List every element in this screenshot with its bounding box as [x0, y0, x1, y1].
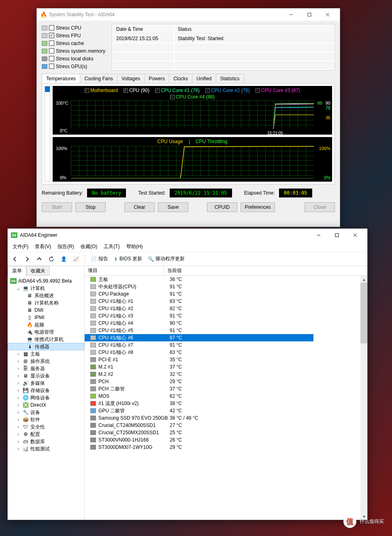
tree-数据库[interactable]: ›🗃数据库: [8, 438, 84, 445]
sensor-row[interactable]: CPU #1/核心 #282 °C: [85, 305, 367, 312]
expander-icon[interactable]: ›: [16, 410, 21, 415]
stress-stress-cache[interactable]: Stress cache: [42, 39, 109, 47]
tree-网络设备[interactable]: ›🌐网络设备: [8, 394, 84, 401]
menu-帮助[interactable]: 帮助(H): [124, 242, 145, 251]
sensor-row[interactable]: 主板36 °C: [85, 276, 367, 283]
col-item[interactable]: 项目: [85, 266, 164, 275]
expander-icon[interactable]: ⌄: [16, 285, 21, 291]
sensor-row[interactable]: Crucial_CT250MX200SSD125 °C: [85, 429, 367, 436]
checkbox[interactable]: [49, 33, 54, 38]
legend-item[interactable]: ✓CPU Core #2 (76): [205, 88, 250, 93]
driver-update-button[interactable]: 🔍驱动程序更新: [146, 255, 186, 262]
sidebar-tab-menu[interactable]: 菜单: [8, 266, 26, 276]
sensor-row[interactable]: 中央处理器(CPU)91 °C: [85, 283, 367, 290]
tree-存储设备[interactable]: ›💾存储设备: [8, 387, 84, 394]
tree-安全性[interactable]: ›🛡安全性: [8, 423, 84, 431]
tree-传感器[interactable]: 🌡传感器: [8, 343, 84, 350]
sensor-row[interactable]: PCH29 °C: [85, 378, 367, 385]
tab-voltages[interactable]: Voltages: [117, 74, 145, 83]
report-button[interactable]: 📄报告: [89, 255, 110, 262]
tree-多媒体[interactable]: ›🔊多媒体: [8, 379, 84, 387]
checkbox[interactable]: [49, 41, 54, 46]
sensor-row[interactable]: ST3000VN000-1HJ16626 °C: [85, 436, 367, 444]
stop-button[interactable]: Stop: [75, 202, 106, 212]
titlebar[interactable]: 🔥 System Stability Test - AIDA64: [37, 9, 340, 21]
expander-icon[interactable]: ›: [16, 388, 21, 393]
expander-icon[interactable]: ›: [16, 402, 21, 408]
clear-button[interactable]: Clear: [124, 202, 155, 212]
checkbox[interactable]: [49, 25, 54, 30]
tree-显示设备[interactable]: ›🖥显示设备: [8, 372, 84, 379]
tab-statistics[interactable]: Statistics: [216, 74, 244, 83]
expander-icon[interactable]: ›: [16, 358, 21, 364]
close-button[interactable]: Close: [305, 202, 335, 212]
tree-DMI[interactable]: 🖥DMI: [8, 307, 84, 314]
expander-icon[interactable]: ›: [16, 417, 21, 422]
menu-文件[interactable]: 文件(F): [10, 242, 31, 251]
tree-IPMI[interactable]: ▯IPMI: [8, 314, 84, 321]
checkbox[interactable]: [49, 64, 54, 69]
scroll-up-icon[interactable]: ▴: [360, 276, 367, 283]
back-button[interactable]: [10, 254, 20, 264]
titlebar[interactable]: 64 AIDA64 Engineer: [8, 229, 367, 242]
tree-便携式计算机[interactable]: 💻便携式计算机: [8, 336, 84, 343]
menu-收藏[interactable]: 收藏(O): [78, 242, 100, 251]
tree-计算机名称[interactable]: 🖥计算机名称: [8, 299, 84, 307]
expander-icon[interactable]: ›: [16, 380, 21, 386]
minimize-button[interactable]: [309, 229, 328, 241]
minimize-button[interactable]: [282, 9, 300, 20]
sensor-row[interactable]: CPU #1/核心 #183 °C: [85, 298, 367, 305]
tree-服务器[interactable]: ›🗄服务器: [8, 365, 84, 372]
maximize-button[interactable]: [300, 9, 318, 20]
menu-报告[interactable]: 报告(R): [55, 242, 77, 251]
sensor-row[interactable]: M.2 #232 °C: [85, 371, 367, 378]
legend-item[interactable]: ✓CPU Core #3 (87): [256, 88, 300, 93]
bios-update-button[interactable]: ⬇BIOS 更新: [112, 255, 144, 262]
tree-DirectX[interactable]: ›❎DirectX: [8, 401, 84, 409]
menu-查看[interactable]: 查看(V): [32, 242, 53, 251]
close-button[interactable]: [318, 9, 337, 20]
tree-配置[interactable]: ›⚙配置: [8, 431, 84, 438]
tree-操作系统[interactable]: ›⊞操作系统: [8, 358, 84, 365]
tree-主板[interactable]: ›▦主板: [8, 350, 84, 358]
menu-工具[interactable]: 工具(T): [101, 242, 122, 251]
col-value[interactable]: 当前值: [164, 266, 185, 275]
expander-icon[interactable]: ›: [16, 395, 21, 401]
expander-icon[interactable]: ›: [16, 373, 21, 379]
tree-性能测试[interactable]: ›📊性能测试: [8, 445, 84, 452]
sensor-row[interactable]: CPU #1/核心 #883 °C: [85, 349, 367, 356]
up-button[interactable]: [34, 254, 44, 264]
vertical-scrollbar[interactable]: ▴ ▾: [360, 276, 367, 520]
sensor-row[interactable]: M.2 #137 °C: [85, 363, 367, 371]
sensor-row[interactable]: CPU #1/核心 #687 °C: [85, 334, 313, 341]
tree-设备[interactable]: ›🔧设备: [8, 409, 84, 416]
tree-超频[interactable]: 🔥超频: [8, 321, 84, 328]
sensor-row[interactable]: PCI-E #135 °C: [85, 356, 367, 363]
stress-stress-cpu[interactable]: Stress CPU: [42, 24, 109, 32]
expander-icon[interactable]: ›: [16, 366, 21, 371]
sensor-row[interactable]: #1 温度 (H100i v2)38 °C: [85, 400, 367, 407]
sensor-row[interactable]: GPU 二极管42 °C: [85, 407, 367, 414]
checkbox[interactable]: [49, 48, 54, 54]
forward-button[interactable]: [22, 254, 32, 264]
expander-icon[interactable]: ›: [16, 351, 21, 357]
maximize-button[interactable]: [328, 229, 346, 241]
sensor-row[interactable]: CPU Package91 °C: [85, 290, 367, 298]
tree-电源管理[interactable]: 🔌电源管理: [8, 328, 84, 336]
sensor-row[interactable]: MOS62 °C: [85, 392, 367, 400]
tab-temperatures[interactable]: Temperatures: [42, 74, 80, 83]
sensor-row[interactable]: Samsung SSD 970 EVO 250GB38 °C / 49 °C: [85, 414, 367, 422]
sidebar-tab-favorites[interactable]: 收藏夹: [26, 266, 50, 276]
tree-root[interactable]: 64AIDA64 v5.99.4992 Beta: [8, 277, 84, 285]
legend-item[interactable]: ✓CPU Core #1 (78): [155, 88, 200, 93]
tree-计算机[interactable]: ⌄💻计算机: [8, 285, 84, 292]
sensor-row[interactable]: CPU #1/核心 #490 °C: [85, 319, 367, 327]
log-row[interactable]: 2019/6/22 15:21:05 Stability Test: Start…: [113, 34, 334, 43]
legend-item[interactable]: ✓Motherboard: [85, 88, 118, 93]
close-button[interactable]: [346, 229, 364, 241]
legend-item[interactable]: ✓CPU Core #4 (88): [170, 94, 215, 100]
tree-软件[interactable]: ›📦软件: [8, 416, 84, 423]
expander-icon[interactable]: ›: [16, 424, 21, 430]
mini-scrollbar[interactable]: [45, 86, 50, 182]
tab-powers[interactable]: Powers: [144, 74, 169, 83]
